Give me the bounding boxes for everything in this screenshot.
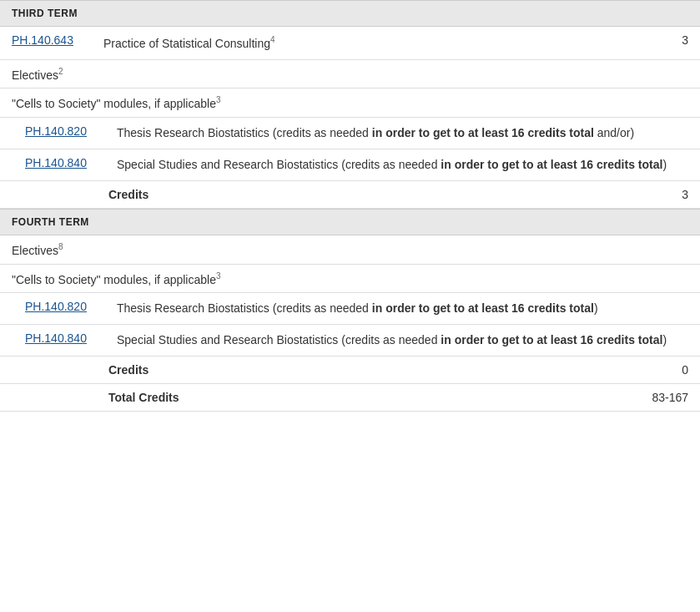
course-row-ph140840-third: PH.140.840 Special Studies and Research … [0,149,700,181]
fourth-term-label: FOURTH TERM [12,216,89,228]
course-title-ph140820-third: Thesis Research Biostatistics (credits a… [117,124,688,142]
third-term-label: THIRD TERM [12,8,78,19]
credits-value-third: 3 [682,188,688,201]
cells-to-society-superscript-third: 3 [216,95,221,104]
electives-row-third: Electives2 [0,60,700,89]
third-term-header: THIRD TERM [0,0,700,27]
course-code-ph140840-third[interactable]: PH.140.840 [25,156,117,169]
cells-to-society-row-fourth: "Cells to Society" modules, if applicabl… [0,265,700,294]
electives-superscript-third: 2 [58,67,63,76]
course-title-ph140820-fourth: Thesis Research Biostatistics (credits a… [117,300,688,317]
cells-to-society-row-third: "Cells to Society" modules, if applicabl… [0,89,700,118]
cells-to-society-label-fourth: "Cells to Society" modules, if applicabl… [12,271,688,286]
credits-row-fourth: Credits 0 [0,357,700,384]
course-code-ph140840-fourth[interactable]: PH.140.840 [25,331,117,345]
course-code-ph140820-third[interactable]: PH.140.820 [25,124,117,138]
cells-to-society-label-third: "Cells to Society" modules, if applicabl… [12,95,688,110]
credits-label-third: Credits [108,188,149,201]
fourth-term-header: FOURTH TERM [0,209,700,235]
course-row-ph140820-third: PH.140.820 Thesis Research Biostatistics… [0,118,700,149]
course-code-ph140820-fourth[interactable]: PH.140.820 [25,300,117,313]
electives-superscript-fourth: 8 [58,242,63,251]
course-row-ph140820-fourth: PH.140.820 Thesis Research Biostatistics… [0,293,700,325]
credits-value-fourth: 0 [682,363,688,377]
course-row-ph140643: PH.140.643 Practice of Statistical Consu… [0,27,700,60]
electives-row-fourth: Electives8 [0,235,700,265]
course-credits-ph140643: 3 [647,33,688,53]
course-title-ph140643: Practice of Statistical Consulting4 [103,33,647,53]
credits-label-fourth: Credits [108,363,149,377]
course-title-ph140840-fourth: Special Studies and Research Biostatisti… [117,331,688,349]
credits-row-third: Credits 3 [0,181,700,209]
total-credits-label: Total Credits [108,391,179,404]
total-credits-value: 83-167 [652,391,688,404]
course-superscript-ph140643: 4 [270,35,275,44]
total-credits-row: Total Credits 83-167 [0,384,700,412]
electives-label-fourth: Electives8 [12,242,688,257]
course-row-ph140840-fourth: PH.140.840 Special Studies and Research … [0,325,700,357]
electives-label-third: Electives2 [12,67,688,82]
cells-to-society-superscript-fourth: 3 [216,271,221,281]
course-title-ph140840-third: Special Studies and Research Biostatisti… [117,156,688,174]
course-code-ph140643[interactable]: PH.140.643 [12,33,103,47]
